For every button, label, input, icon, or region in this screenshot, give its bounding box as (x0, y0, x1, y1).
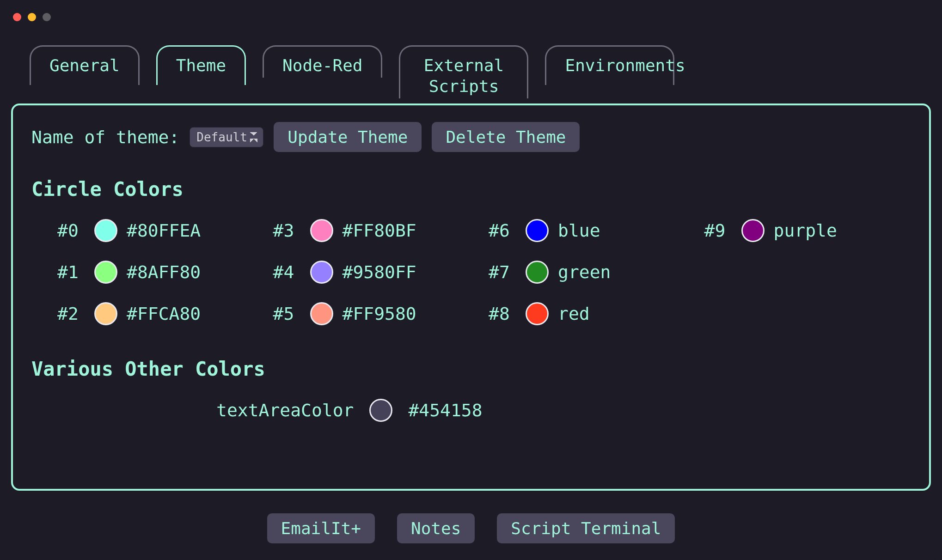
circle-colors-heading: Circle Colors (31, 178, 911, 201)
close-icon[interactable] (13, 13, 21, 21)
circle-color-value[interactable]: blue (558, 220, 600, 241)
color-swatch[interactable] (741, 219, 765, 242)
bottom-button-bar: EmailIt+ Notes Script Terminal (0, 513, 942, 543)
circle-color-row: #6blue (489, 219, 695, 242)
app-window: General Theme Node-Red External Scripts … (0, 0, 942, 560)
theme-name-row: Name of theme: Default Update Theme Dele… (31, 122, 911, 152)
maximize-icon (43, 13, 51, 21)
other-color-row: textAreaColor#454158 (31, 399, 911, 422)
tab-external-scripts[interactable]: External Scripts (399, 45, 528, 98)
circle-color-value[interactable]: #FF9580 (343, 304, 416, 324)
tab-node-red[interactable]: Node-Red (263, 45, 382, 78)
update-theme-button[interactable]: Update Theme (274, 122, 422, 152)
circle-color-index: #6 (489, 220, 516, 241)
circle-color-value[interactable]: red (558, 304, 590, 324)
circle-color-index: #5 (273, 304, 301, 324)
color-swatch[interactable] (369, 399, 392, 422)
notes-button[interactable]: Notes (397, 513, 475, 543)
tab-general[interactable]: General (30, 45, 140, 85)
circle-color-value[interactable]: #FFCA80 (127, 304, 201, 324)
circle-color-index: #1 (57, 262, 85, 282)
circle-color-index: #0 (57, 220, 85, 241)
window-traffic-lights (13, 13, 51, 21)
color-swatch[interactable] (526, 261, 549, 284)
circle-color-index: #9 (704, 220, 732, 241)
other-colors-heading: Various Other Colors (31, 358, 911, 380)
circle-color-value[interactable]: #9580FF (343, 262, 416, 282)
color-swatch[interactable] (526, 302, 549, 325)
circle-color-value[interactable]: #80FFEA (127, 220, 201, 241)
color-swatch[interactable] (310, 261, 333, 284)
color-swatch[interactable] (94, 219, 117, 242)
delete-theme-button[interactable]: Delete Theme (432, 122, 580, 152)
circle-color-row: #2#FFCA80 (57, 302, 264, 325)
tab-theme[interactable]: Theme (156, 45, 246, 85)
color-swatch[interactable] (310, 302, 333, 325)
circle-color-value[interactable]: purple (774, 220, 837, 241)
circle-color-row: #3#FF80BF (273, 219, 480, 242)
color-swatch[interactable] (94, 302, 117, 325)
circle-color-index: #3 (273, 220, 301, 241)
other-color-name: textAreaColor (216, 400, 354, 420)
circle-color-value[interactable]: green (558, 262, 611, 282)
circle-color-index: #8 (489, 304, 516, 324)
color-swatch[interactable] (310, 219, 333, 242)
script-terminal-button[interactable]: Script Terminal (497, 513, 675, 543)
circle-color-row: #1#8AFF80 (57, 261, 264, 284)
circle-color-row: #4#9580FF (273, 261, 480, 284)
other-color-value[interactable]: #454158 (408, 400, 482, 420)
circle-color-index: #2 (57, 304, 85, 324)
minimize-icon[interactable] (28, 13, 36, 21)
color-swatch[interactable] (94, 261, 117, 284)
circle-color-row: #8red (489, 302, 695, 325)
theme-panel: Name of theme: Default Update Theme Dele… (11, 103, 931, 491)
theme-name-label: Name of theme: (31, 127, 179, 147)
other-colors-list: textAreaColor#454158 (31, 399, 911, 422)
circle-color-value[interactable]: #FF80BF (343, 220, 416, 241)
theme-select[interactable]: Default (190, 127, 263, 147)
tab-bar: General Theme Node-Red External Scripts … (30, 45, 674, 98)
circle-color-row: #0#80FFEA (57, 219, 264, 242)
circle-colors-grid: #0#80FFEA#1#8AFF80#2#FFCA80#3#FF80BF#4#9… (31, 219, 911, 325)
color-swatch[interactable] (526, 219, 549, 242)
circle-color-row: #5#FF9580 (273, 302, 480, 325)
circle-color-value[interactable]: #8AFF80 (127, 262, 201, 282)
emailit-button[interactable]: EmailIt+ (267, 513, 375, 543)
circle-color-row: #9purple (704, 219, 911, 242)
tab-environments[interactable]: Environments (545, 45, 674, 85)
circle-color-row: #7green (489, 261, 695, 284)
circle-color-index: #7 (489, 262, 516, 282)
circle-color-index: #4 (273, 262, 301, 282)
